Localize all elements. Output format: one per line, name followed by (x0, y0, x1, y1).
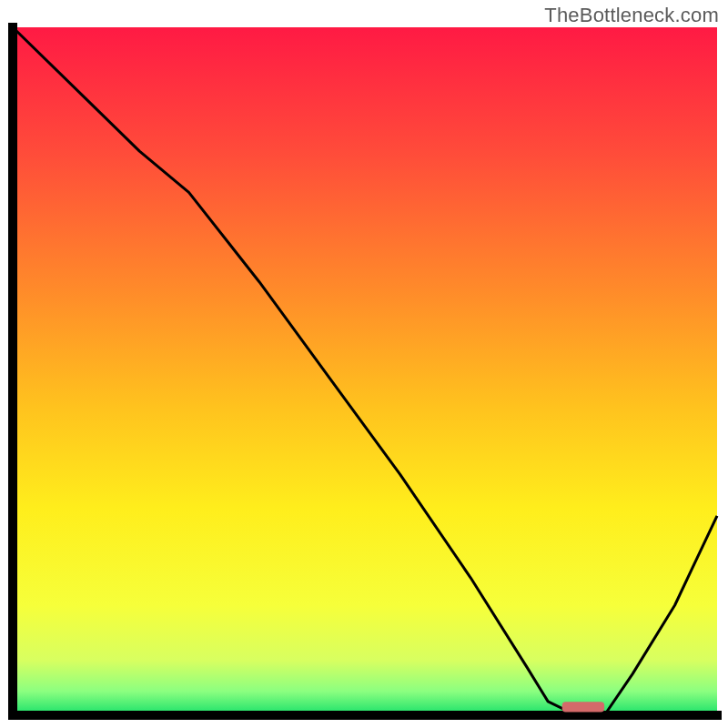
bottleneck-chart (0, 0, 728, 728)
optimal-marker (562, 702, 604, 712)
watermark-text: TheBottleneck.com (544, 4, 719, 27)
chart-container: TheBottleneck.com (0, 0, 728, 728)
